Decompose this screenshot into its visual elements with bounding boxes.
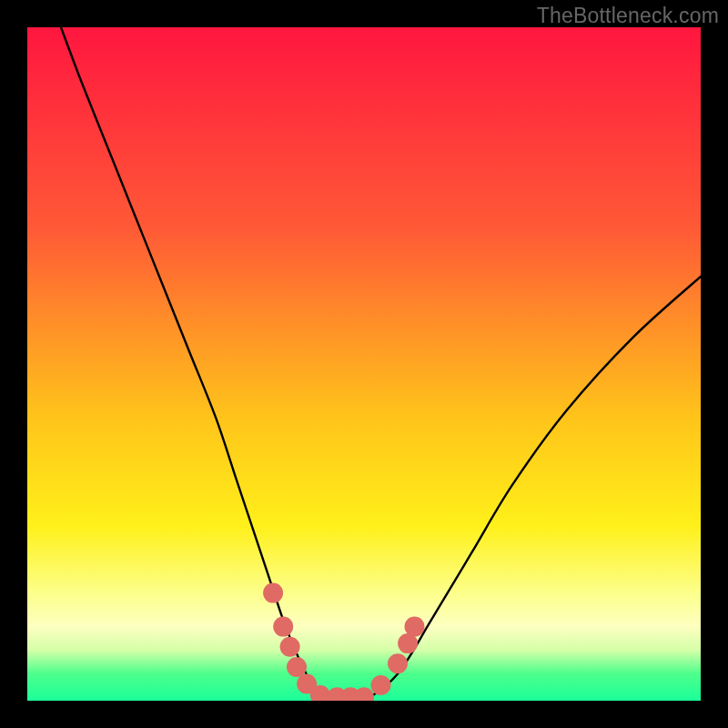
highlight-dot <box>287 657 307 677</box>
highlight-dot <box>354 687 374 701</box>
highlight-dot <box>371 675 391 695</box>
watermark-text: TheBottleneck.com <box>537 4 719 28</box>
highlight-dot <box>405 617 425 637</box>
highlight-dot <box>263 583 283 603</box>
highlight-dot <box>388 653 408 673</box>
bottleneck-curve <box>27 27 701 701</box>
highlight-dot <box>280 637 300 657</box>
plot-area <box>27 27 701 701</box>
chart-frame: TheBottleneck.com <box>0 0 728 728</box>
highlight-dot <box>273 617 293 637</box>
